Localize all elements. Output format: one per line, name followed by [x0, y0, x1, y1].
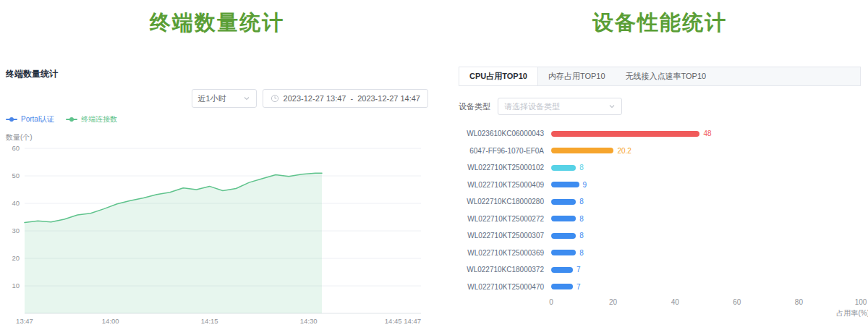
bar-row: WL022710KT250003078: [459, 227, 861, 245]
date-range-end: 2023-12-27 14:47: [357, 94, 420, 103]
card-title: 终端数量统计: [6, 68, 428, 80]
date-range-picker[interactable]: 2023-12-27 13:47 - 2023-12-27 14:47: [263, 89, 428, 108]
bar-category-label: WL023610KC06000043: [459, 130, 551, 138]
x-tick: 60: [733, 298, 741, 306]
bar-value: 8: [579, 215, 584, 223]
bar-value: 8: [579, 232, 584, 240]
svg-text:14:15: 14:15: [201, 317, 218, 325]
bar-row: WL022710KC180003727: [459, 261, 861, 279]
device-type-label: 设备类型: [459, 101, 490, 112]
bar-track: 7: [551, 261, 861, 279]
bar-rows: WL023610KC06000043486047-FF96-1070-EF0A2…: [459, 125, 861, 295]
top10-tabs-bar: CPU占用TOP10内存占用TOP10无线接入点速率TOP10: [459, 67, 861, 86]
legend-label: 终端连接数: [81, 114, 117, 124]
bar: [551, 250, 576, 255]
bar: [551, 267, 573, 273]
chevron-down-icon: [608, 103, 616, 110]
chart-legend: Portal认证终端连接数: [6, 115, 428, 124]
x-axis-label: 占用率(%): [836, 308, 868, 318]
terminal-line-chart: 10203040506013:4714:0014:1514:3014:4514:…: [6, 144, 428, 326]
bar-value: 20.2: [617, 147, 631, 155]
bar-row: WL022710KT250003698: [459, 245, 861, 262]
terminal-stats-panel: 终端数量统计 终端数量统计 近1小时 2023-12-27 13:47 - 20…: [0, 0, 434, 330]
date-range-start: 2023-12-27 13:47: [284, 94, 346, 103]
bar-value: 8: [579, 198, 584, 206]
bar-row: WL022710KT250004707: [459, 279, 861, 296]
bar-track: 20.2: [551, 143, 861, 160]
bar-row: WL023610KC0600004348: [459, 125, 861, 143]
left-section-title: 终端数量统计: [6, 9, 428, 38]
device-type-select-placeholder: 请选择设备类型: [504, 101, 560, 112]
tab-1[interactable]: 内存占用TOP10: [538, 67, 616, 85]
tab-2[interactable]: 无线接入点速率TOP10: [616, 67, 717, 85]
bar-track: 8: [551, 193, 861, 211]
svg-text:14:45: 14:45: [385, 317, 402, 325]
bar: [551, 284, 573, 289]
legend-label: Portal认证: [21, 114, 54, 124]
bar-x-axis: 占用率(%) 020406080100: [459, 297, 861, 318]
clock-icon: [271, 94, 279, 103]
bar-row: WL022710KT250001028: [459, 159, 861, 177]
bar-value: 8: [579, 164, 584, 172]
time-range-select-value: 近1小时: [198, 93, 226, 104]
bar-row: WL022710KT250004099: [459, 177, 861, 194]
bar-track: 8: [551, 227, 861, 245]
bar-x-ticks: 占用率(%) 020406080100: [551, 297, 861, 318]
bar: [551, 199, 576, 205]
bar: [551, 233, 576, 239]
right-section-title: 设备性能统计: [459, 9, 861, 38]
legend-item-0[interactable]: Portal认证: [6, 114, 54, 124]
bar-category-label: WL022710KT25000102: [459, 164, 551, 172]
x-tick: 80: [795, 298, 803, 306]
svg-text:14:47: 14:47: [404, 317, 421, 325]
bar-value: 48: [703, 130, 711, 138]
svg-text:30: 30: [12, 227, 20, 234]
device-performance-panel: 设备性能统计 CPU占用TOP10内存占用TOP10无线接入点速率TOP10 设…: [434, 0, 868, 330]
bar-track: 48: [551, 125, 861, 143]
svg-text:14:00: 14:00: [102, 317, 119, 325]
bar-track: 9: [551, 177, 861, 194]
bar-track: 8: [551, 211, 861, 228]
bar: [551, 182, 579, 187]
bar-category-label: WL022710KC18000372: [459, 266, 551, 274]
bar: [551, 165, 576, 171]
bar-track: 7: [551, 279, 861, 296]
svg-text:10: 10: [12, 282, 20, 289]
chart-filter-row: 近1小时 2023-12-27 13:47 - 2023-12-27 14:47: [6, 89, 428, 108]
legend-marker-icon: [66, 119, 77, 120]
svg-text:40: 40: [12, 199, 20, 207]
svg-text:20: 20: [12, 254, 20, 262]
dashboard: 终端数量统计 终端数量统计 近1小时 2023-12-27 13:47 - 20…: [0, 0, 868, 330]
bar-row: WL022710KC180002808: [459, 193, 861, 211]
bar-track: 8: [551, 159, 861, 177]
bar: [551, 216, 576, 221]
bar-row: 6047-FF96-1070-EF0A20.2: [459, 143, 861, 160]
date-range-separator: -: [350, 94, 353, 103]
x-tick: 40: [671, 298, 679, 306]
y-axis-title: 数量(个): [6, 132, 428, 143]
bar: [551, 131, 699, 137]
bar-category-label: 6047-FF96-1070-EF0A: [459, 147, 551, 155]
legend-marker-icon: [6, 119, 17, 120]
chevron-down-icon: [243, 95, 250, 102]
bar-category-label: WL022710KT25000470: [459, 283, 551, 291]
time-range-select[interactable]: 近1小时: [192, 89, 257, 108]
cpu-top10-bar-chart: WL023610KC06000043486047-FF96-1070-EF0A2…: [459, 125, 861, 318]
svg-text:50: 50: [12, 172, 20, 179]
bar-value: 9: [583, 181, 587, 189]
bar-category-label: WL022710KT25000272: [459, 215, 551, 223]
x-tick: 20: [609, 298, 617, 306]
bar-value: 7: [576, 266, 581, 274]
legend-item-1[interactable]: 终端连接数: [66, 114, 117, 124]
bar: [551, 148, 613, 153]
bar-category-label: WL022710KT25000369: [459, 249, 551, 257]
x-tick: 100: [855, 298, 867, 306]
tab-0[interactable]: CPU占用TOP10: [459, 67, 538, 85]
bar-row: WL022710KT250002728: [459, 211, 861, 228]
bar-value: 7: [576, 283, 581, 291]
device-type-select[interactable]: 请选择设备类型: [498, 98, 622, 115]
bar-track: 8: [551, 245, 861, 262]
svg-text:14:30: 14:30: [300, 317, 318, 325]
bar-category-label: WL022710KC18000280: [459, 198, 551, 206]
device-type-filter: 设备类型 请选择设备类型: [459, 98, 861, 115]
